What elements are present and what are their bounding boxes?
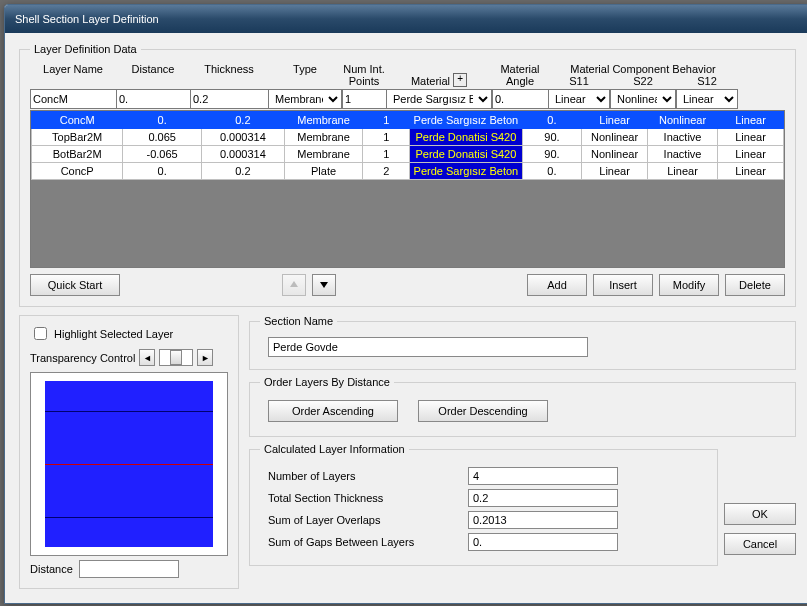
cell-mat: Perde Sargısız Beton bbox=[410, 163, 523, 180]
cell-ang: 90. bbox=[522, 146, 581, 163]
cell-name: ConcM bbox=[32, 112, 123, 129]
preview-layer-line bbox=[45, 517, 213, 518]
dialog-action-buttons: OK Cancel bbox=[724, 443, 796, 572]
section-name-input[interactable] bbox=[268, 337, 588, 357]
hdr-component-behavior-group: Material Component Behavior S11 S22 S12 bbox=[548, 63, 738, 87]
layer-name-input[interactable] bbox=[30, 89, 116, 109]
thickness-input[interactable] bbox=[190, 89, 268, 109]
distance-input[interactable] bbox=[116, 89, 190, 109]
cell-type: Membrane bbox=[284, 146, 363, 163]
ok-button[interactable]: OK bbox=[724, 503, 796, 525]
material-select[interactable]: Perde Sargısız B bbox=[386, 89, 492, 109]
cell-type: Membrane bbox=[284, 129, 363, 146]
layers-table-wrap[interactable]: ConcM0.0.2Membrane1Perde Sargısız Beton0… bbox=[30, 110, 785, 268]
highlight-row: Highlight Selected Layer bbox=[30, 324, 228, 343]
preview-fieldset: Highlight Selected Layer Transparency Co… bbox=[19, 315, 239, 589]
hdr-distance: Distance bbox=[116, 63, 190, 87]
transparency-left-button[interactable]: ◄ bbox=[139, 349, 155, 366]
cell-pts: 2 bbox=[363, 163, 410, 180]
cell-s22: Nonlinear bbox=[648, 112, 718, 129]
cell-s11: Nonlinear bbox=[582, 146, 648, 163]
move-down-button[interactable] bbox=[312, 274, 336, 296]
cell-dist: 0. bbox=[123, 163, 202, 180]
cell-thick: 0.2 bbox=[201, 112, 284, 129]
quick-start-button[interactable]: Quick Start bbox=[30, 274, 120, 296]
section-name-legend: Section Name bbox=[260, 315, 337, 327]
cell-dist: 0. bbox=[123, 112, 202, 129]
cell-s12: Linear bbox=[718, 112, 784, 129]
num-layers-value bbox=[468, 467, 618, 485]
order-descending-button[interactable]: Order Descending bbox=[418, 400, 548, 422]
transparency-right-button[interactable]: ► bbox=[197, 349, 213, 366]
cancel-button[interactable]: Cancel bbox=[724, 533, 796, 555]
cell-s11: Nonlinear bbox=[582, 129, 648, 146]
window-title: Shell Section Layer Definition bbox=[15, 13, 159, 25]
cell-type: Membrane bbox=[284, 112, 363, 129]
slider-thumb[interactable] bbox=[170, 350, 182, 365]
modify-button[interactable]: Modify bbox=[659, 274, 719, 296]
type-select[interactable]: Membrane bbox=[268, 89, 342, 109]
cell-pts: 1 bbox=[363, 112, 410, 129]
s11-select[interactable]: Linear bbox=[548, 89, 610, 109]
cell-mat: Perde Sargısız Beton bbox=[410, 112, 523, 129]
hdr-type: Type bbox=[268, 63, 342, 87]
right-pane: Section Name Order Layers By Distance Or… bbox=[249, 315, 796, 597]
table-row[interactable]: ConcM0.0.2Membrane1Perde Sargısız Beton0… bbox=[32, 112, 784, 129]
insert-button[interactable]: Insert bbox=[593, 274, 653, 296]
hdr-material: Material bbox=[411, 75, 450, 87]
cell-s22: Inactive bbox=[648, 129, 718, 146]
cell-s12: Linear bbox=[718, 163, 784, 180]
s12-select[interactable]: Linear bbox=[676, 89, 738, 109]
cell-thick: 0.000314 bbox=[201, 129, 284, 146]
cell-ang: 90. bbox=[522, 129, 581, 146]
calculated-info-fieldset: Calculated Layer Information Number of L… bbox=[249, 443, 718, 566]
preview-stack bbox=[45, 381, 213, 547]
table-row[interactable]: TopBar2M0.0650.000314Membrane1Perde Dona… bbox=[32, 129, 784, 146]
cell-name: BotBar2M bbox=[32, 146, 123, 163]
cell-thick: 0.000314 bbox=[201, 146, 284, 163]
highlight-checkbox[interactable] bbox=[34, 327, 47, 340]
dialog-content: Layer Definition Data Layer Name Distanc… bbox=[5, 33, 807, 603]
distance-readout-row: Distance bbox=[30, 560, 228, 578]
table-row[interactable]: BotBar2M-0.0650.000314Membrane1Perde Don… bbox=[32, 146, 784, 163]
distance-label: Distance bbox=[30, 563, 73, 575]
layer-definition-fieldset: Layer Definition Data Layer Name Distanc… bbox=[19, 43, 796, 307]
material-angle-input[interactable] bbox=[492, 89, 548, 109]
overlaps-value bbox=[468, 511, 618, 529]
cell-s11: Linear bbox=[582, 112, 648, 129]
transparency-slider[interactable] bbox=[159, 349, 193, 366]
cell-ang: 0. bbox=[522, 112, 581, 129]
order-fieldset: Order Layers By Distance Order Ascending… bbox=[249, 376, 796, 437]
delete-button[interactable]: Delete bbox=[725, 274, 785, 296]
material-add-button[interactable]: + bbox=[453, 73, 467, 87]
cell-pts: 1 bbox=[363, 129, 410, 146]
cell-s11: Linear bbox=[582, 163, 648, 180]
cell-s12: Linear bbox=[718, 129, 784, 146]
calculated-info-legend: Calculated Layer Information bbox=[260, 443, 409, 455]
s22-select[interactable]: Nonlinear bbox=[610, 89, 676, 109]
num-int-points-input[interactable] bbox=[342, 89, 386, 109]
num-layers-label: Number of Layers bbox=[268, 470, 468, 482]
highlight-label: Highlight Selected Layer bbox=[54, 328, 173, 340]
hdr-s12: S12 bbox=[676, 75, 738, 87]
layer-definition-legend: Layer Definition Data bbox=[30, 43, 141, 55]
cell-mat: Perde Donatisi S420 bbox=[410, 129, 523, 146]
hdr-component-behavior: Material Component Behavior bbox=[548, 63, 738, 75]
cell-thick: 0.2 bbox=[201, 163, 284, 180]
total-thickness-label: Total Section Thickness bbox=[268, 492, 468, 504]
section-preview bbox=[30, 372, 228, 556]
distance-readout[interactable] bbox=[79, 560, 179, 578]
preview-mid-line bbox=[45, 464, 213, 465]
gaps-value bbox=[468, 533, 618, 551]
titlebar[interactable]: Shell Section Layer Definition bbox=[5, 5, 807, 33]
cell-name: TopBar2M bbox=[32, 129, 123, 146]
table-row[interactable]: ConcP0.0.2Plate2Perde Sargısız Beton0.Li… bbox=[32, 163, 784, 180]
column-headers: Layer Name Distance Thickness Type Num I… bbox=[30, 63, 785, 87]
add-button[interactable]: Add bbox=[527, 274, 587, 296]
hdr-material-angle: Material Angle bbox=[492, 63, 548, 87]
order-ascending-button[interactable]: Order Ascending bbox=[268, 400, 398, 422]
hdr-num-int-points: Num Int. Points bbox=[342, 63, 386, 87]
edit-row: Membrane Perde Sargısız B Linear Nonline… bbox=[30, 89, 785, 109]
move-up-button[interactable] bbox=[282, 274, 306, 296]
cell-pts: 1 bbox=[363, 146, 410, 163]
